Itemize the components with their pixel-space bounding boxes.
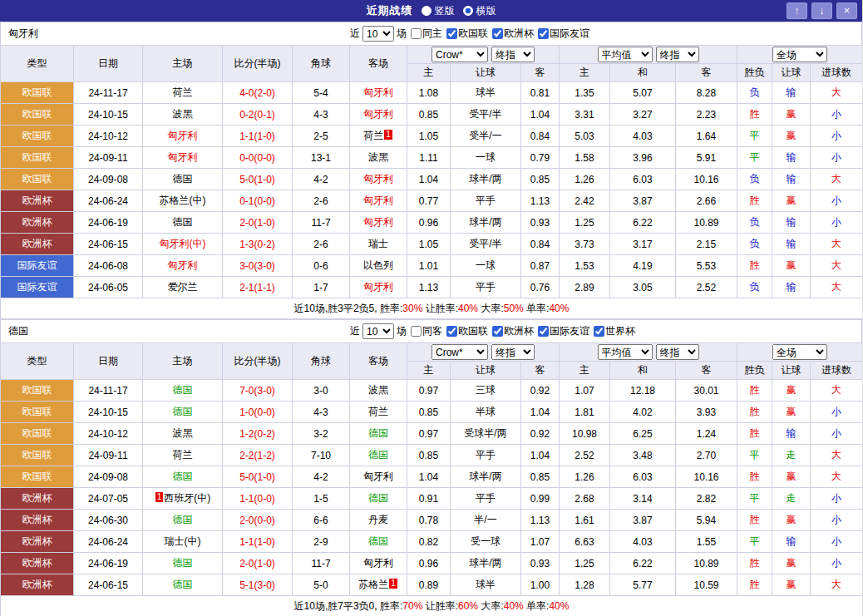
asian-odds-value: 三球 [451, 380, 521, 402]
result-value: 负 [737, 169, 772, 190]
competition-badge: 欧国联 [1, 169, 74, 190]
match-date: 24-11-17 [74, 380, 143, 402]
filter-label: 世界杯 [605, 324, 635, 338]
result-value: 负 [737, 212, 772, 234]
corners: 3-2 [293, 423, 350, 445]
filter-checkbox[interactable]: 同主 [411, 27, 442, 41]
asian-odds-value: 1.05 [407, 234, 451, 255]
euro-odds-value: 10.16 [676, 169, 737, 190]
filter-label: 欧洲杯 [504, 27, 534, 41]
filter-checkbox[interactable]: 欧国联 [446, 27, 488, 41]
asian-odds-value: 平手 [451, 277, 521, 298]
filter-label: 欧国联 [458, 324, 488, 338]
filter-checkbox-input[interactable] [446, 326, 457, 337]
euro-odds-value: 3.27 [610, 104, 676, 126]
close-button[interactable]: × [836, 2, 857, 19]
result-value: 胜 [737, 423, 772, 445]
filter-label: 同主 [422, 27, 442, 41]
filter-checkbox-input[interactable] [492, 326, 503, 337]
result-value: 小 [811, 190, 863, 212]
filter-checkbox-input[interactable] [411, 28, 422, 39]
radio-vertical-input[interactable] [422, 6, 432, 16]
filter-checkbox-input[interactable] [594, 326, 604, 337]
home-team: 德国 [143, 510, 223, 531]
scope-select[interactable]: 全场 [772, 47, 827, 62]
euro-odds-value: 10.59 [676, 574, 737, 596]
filter-checkbox[interactable]: 世界杯 [594, 324, 635, 338]
euro-odds-value: 8.28 [676, 82, 737, 104]
euro-final-select[interactable]: 终指 [656, 47, 699, 62]
result-value: 小 [811, 126, 863, 147]
scope-select[interactable]: 全场 [772, 344, 827, 360]
filter-checkbox[interactable]: 国际友谊 [538, 27, 589, 41]
corners: 3-0 [293, 380, 350, 402]
team-name: 德国 [8, 324, 28, 338]
euro-odds-value: 6.03 [610, 169, 676, 190]
asian-odds-value: 0.84 [521, 126, 560, 147]
result-value: 大 [811, 169, 863, 190]
euro-final-select[interactable]: 终指 [656, 344, 699, 360]
filter-checkbox[interactable]: 国际友谊 [538, 324, 589, 338]
asian-odds-value: 0.79 [521, 147, 560, 169]
asian-odds-value: 0.93 [521, 553, 560, 574]
asian-odds-value: 0.85 [521, 169, 560, 190]
odds-company-select[interactable]: Crow* [432, 47, 488, 62]
odds-final-select[interactable]: 终指 [491, 47, 535, 62]
filter-checkbox[interactable]: 欧国联 [446, 324, 488, 338]
home-team: 苏格兰(中) [143, 190, 223, 212]
recent-count-select[interactable]: 10 [362, 323, 394, 339]
euro-odds-value: 1.64 [676, 126, 737, 147]
filter-checkbox[interactable]: 欧洲杯 [492, 27, 534, 41]
result-value: 胜 [737, 553, 772, 574]
odds-company-select[interactable]: Crow* [432, 344, 488, 360]
asian-odds-value: 0.76 [521, 277, 560, 298]
euro-odds-value: 1.25 [560, 553, 610, 574]
red-card-badge: 1 [389, 579, 397, 589]
filter-checkbox[interactable]: 欧洲杯 [492, 324, 534, 338]
recent-count-select[interactable]: 10 [362, 26, 394, 42]
score: 3-0(3-0) [223, 255, 293, 277]
asian-odds-value: 1.01 [407, 255, 451, 277]
euro-odds-value: 6.22 [610, 553, 676, 574]
filter-checkbox-input[interactable] [411, 326, 422, 337]
average-select[interactable]: 平均值 [598, 344, 653, 360]
result-value: 赢 [772, 574, 811, 596]
asian-odds-value: 受平/半 [451, 104, 521, 126]
filter-checkbox-input[interactable] [492, 28, 503, 39]
away-team: 以色列 [350, 255, 407, 277]
average-select[interactable]: 平均值 [598, 47, 653, 62]
euro-odds-value: 10.89 [676, 212, 737, 234]
radio-vertical-layout[interactable]: 竖版 [422, 4, 455, 18]
away-team: 德国 [350, 423, 407, 445]
result-value: 小 [811, 104, 863, 126]
result-value: 输 [772, 169, 811, 190]
filter-checkbox-input[interactable] [538, 326, 549, 337]
filter-checkbox[interactable]: 同客 [411, 324, 442, 338]
away-team: 德国 [350, 445, 407, 466]
result-value: 小 [811, 212, 863, 234]
match-date: 24-09-11 [74, 445, 143, 466]
euro-odds-value: 4.03 [610, 531, 676, 553]
sub-column-header: 客 [676, 64, 737, 82]
team-section-1: 德国近10场同客欧国联欧洲杯国际友谊世界杯类型日期主场比分(半场)角球客场Cro… [0, 319, 862, 616]
filter-checkbox-input[interactable] [538, 28, 549, 39]
euro-odds-value: 2.82 [676, 488, 737, 510]
move-down-button[interactable]: ↓ [811, 2, 832, 19]
odds-final-select[interactable]: 终指 [491, 344, 535, 360]
filter-checkbox-input[interactable] [446, 28, 457, 39]
euro-odds-value: 6.03 [610, 466, 676, 488]
radio-horizontal-layout[interactable]: 横版 [463, 4, 496, 18]
move-up-button[interactable]: ↑ [787, 2, 807, 19]
filter-label: 同客 [422, 324, 442, 338]
result-value: 胜 [737, 574, 772, 596]
column-header: 主场 [143, 46, 223, 82]
home-team: 荷兰 [143, 82, 223, 104]
match-date: 24-06-19 [74, 553, 143, 574]
euro-odds-value: 2.68 [560, 488, 610, 510]
sub-column-header: 客 [676, 362, 737, 380]
window-buttons: ↑ ↓ × [787, 2, 862, 19]
score: 4-0(2-0) [223, 82, 293, 104]
score: 1-1(0-0) [223, 488, 293, 510]
radio-horizontal-input[interactable] [463, 6, 473, 16]
competition-badge: 欧国联 [1, 445, 74, 466]
